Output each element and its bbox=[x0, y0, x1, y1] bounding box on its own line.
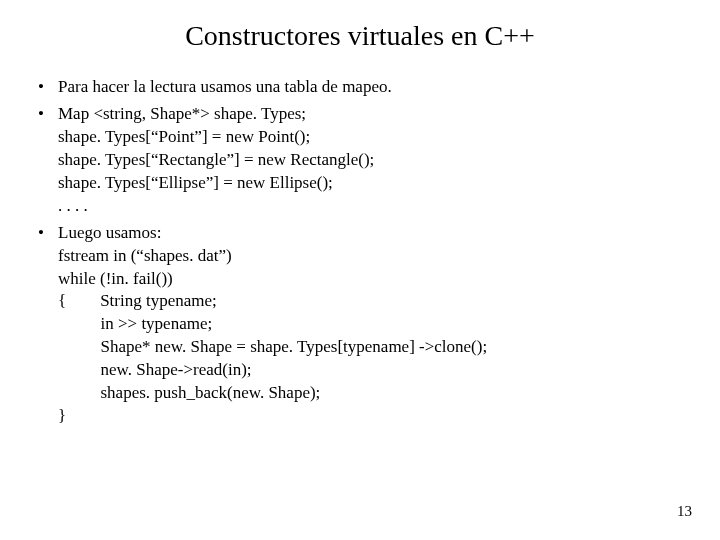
bullet-text: Para hacer la lectura usamos una tabla d… bbox=[58, 77, 392, 96]
bullet-text: Map <string, Shape*> shape. Types; shape… bbox=[58, 104, 374, 215]
slide: Constructores virtuales en C++ Para hace… bbox=[0, 0, 720, 540]
bullet-list: Para hacer la lectura usamos una tabla d… bbox=[36, 76, 690, 428]
list-item: Luego usamos: fstream in (“shapes. dat”)… bbox=[36, 222, 690, 428]
bullet-text: Luego usamos: fstream in (“shapes. dat”)… bbox=[58, 223, 487, 426]
slide-title: Constructores virtuales en C++ bbox=[30, 20, 690, 52]
list-item: Para hacer la lectura usamos una tabla d… bbox=[36, 76, 690, 99]
list-item: Map <string, Shape*> shape. Types; shape… bbox=[36, 103, 690, 218]
page-number: 13 bbox=[677, 503, 692, 520]
